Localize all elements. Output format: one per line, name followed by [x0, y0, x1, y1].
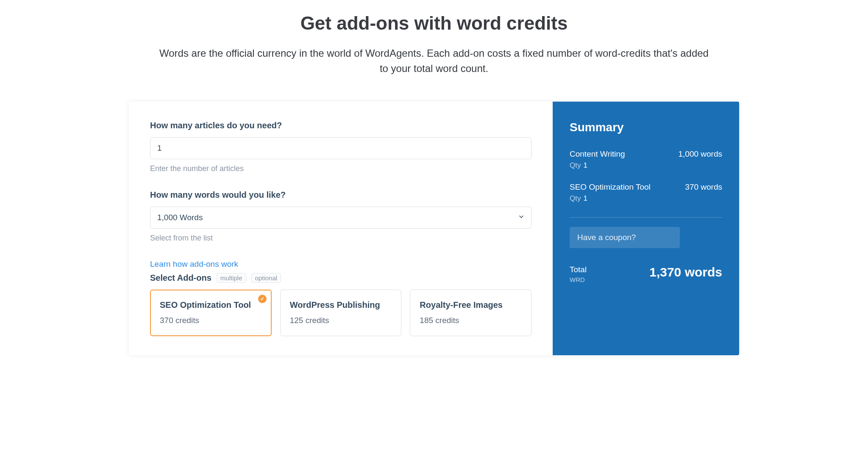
articles-label: How many articles do you need?: [150, 121, 531, 130]
badge-optional: optional: [251, 273, 281, 283]
total-value: 1,370 words: [649, 265, 722, 279]
page-subtitle: Words are the official currency in the w…: [159, 46, 709, 76]
addon-option-images[interactable]: Royalty-Free Images 185 credits: [410, 290, 531, 336]
addon-credits: 125 credits: [290, 316, 392, 325]
coupon-button[interactable]: Have a coupon?: [570, 227, 680, 248]
addon-option-wordpress[interactable]: WordPress Publishing 125 credits: [280, 290, 402, 336]
words-field: How many words would you like? Select fr…: [150, 190, 531, 243]
articles-input[interactable]: [150, 137, 531, 159]
addons-title: Select Add-ons: [150, 273, 211, 283]
summary-title: Summary: [570, 121, 722, 134]
summary-qty-label: Qty: [570, 161, 581, 169]
addons-learn-link[interactable]: Learn how add-ons work: [150, 260, 238, 269]
check-icon: ✓: [258, 295, 267, 303]
total-unit: WRD: [570, 276, 587, 283]
addon-name: Royalty-Free Images: [420, 300, 522, 310]
articles-helper: Enter the number of articles: [150, 164, 531, 173]
summary-item-name: SEO Optimization Tool: [570, 182, 651, 192]
page-title: Get add-ons with word credits: [129, 13, 739, 34]
addon-name: SEO Optimization Tool: [160, 300, 262, 310]
summary-item-amount: 370 words: [685, 182, 722, 192]
words-select[interactable]: [150, 207, 531, 229]
badge-multiple: multiple: [217, 273, 246, 283]
addons-section: Learn how add-ons work Select Add-ons mu…: [150, 260, 531, 336]
summary-qty-label: Qty: [570, 194, 581, 202]
summary-qty-value: 1: [583, 161, 587, 169]
summary-item: SEO Optimization Tool 370 words Qty1: [570, 182, 722, 203]
summary-item: Content Writing 1,000 words Qty1: [570, 149, 722, 170]
words-label: How many words would you like?: [150, 190, 531, 200]
summary-panel: Summary Content Writing 1,000 words Qty1…: [553, 102, 739, 355]
summary-item-amount: 1,000 words: [678, 149, 722, 159]
summary-total: Total WRD 1,370 words: [570, 265, 722, 283]
order-card: How many articles do you need? Enter the…: [129, 102, 739, 355]
summary-item-name: Content Writing: [570, 149, 625, 159]
form-panel: How many articles do you need? Enter the…: [129, 102, 553, 355]
total-label: Total: [570, 265, 587, 274]
articles-field: How many articles do you need? Enter the…: [150, 121, 531, 173]
addon-credits: 370 credits: [160, 316, 262, 325]
addon-name: WordPress Publishing: [290, 300, 392, 310]
addon-option-seo[interactable]: ✓ SEO Optimization Tool 370 credits: [150, 290, 272, 336]
summary-qty-value: 1: [583, 194, 587, 202]
divider: [570, 217, 722, 218]
words-helper: Select from the list: [150, 234, 531, 243]
addon-credits: 185 credits: [420, 316, 522, 325]
